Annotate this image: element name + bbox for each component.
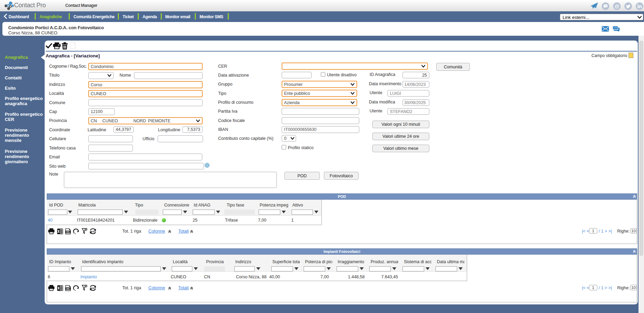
svg-text:@: @ [614, 3, 619, 9]
